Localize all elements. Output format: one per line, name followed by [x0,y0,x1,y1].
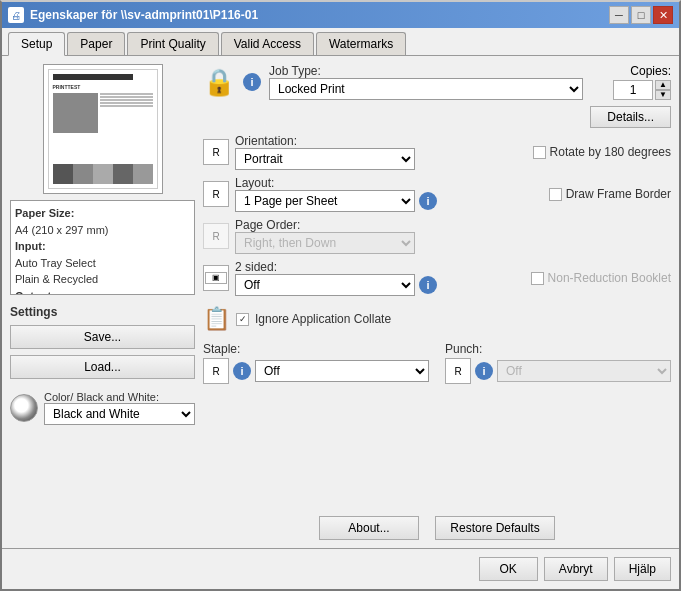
orientation-icon: R [203,139,229,165]
maximize-button[interactable]: □ [631,6,651,24]
two-sided-select[interactable]: Off Long Edge Binding Short Edge Binding [235,274,415,296]
copies-up-button[interactable]: ▲ [655,80,671,90]
page-order-icon: R [203,223,229,249]
draw-frame-checkbox[interactable] [549,188,562,201]
info-icon-punch[interactable]: i [475,362,493,380]
right-panel: 🔒 i Job Type: Locked Print Normal Print … [203,64,671,540]
window-title: Egenskaper för \\sv-admprint01\P116-01 [30,8,258,22]
info-list-wrapper: Paper Size: A4 (210 x 297 mm) Input: Aut… [10,200,195,295]
paper-size-info: Paper Size: A4 (210 x 297 mm) [15,205,190,238]
title-bar: 🖨 Egenskaper för \\sv-admprint01\P116-01… [2,2,679,28]
info-content: Paper Size: A4 (210 x 297 mm) Input: Aut… [11,201,194,295]
collate-checkbox[interactable] [236,313,249,326]
collate-label: Ignore Application Collate [255,312,391,326]
save-button[interactable]: Save... [10,325,195,349]
info-icon-job[interactable]: i [243,73,261,91]
layout-label: Layout: [235,176,543,190]
non-reduction-row: Non-Reduction Booklet [531,271,671,285]
input-info: Input: Auto Tray Select [15,238,190,271]
copies-label: Copies: [630,64,671,78]
punch-group: Punch: R i Off 2 Holes 3 Holes [445,342,671,384]
restore-defaults-button[interactable]: Restore Defaults [435,516,555,540]
bottom-buttons: OK Avbryt Hjälp [479,557,672,581]
staple-select[interactable]: Off 1 Staple 2 Staples [255,360,429,382]
layout-icon: R [203,181,229,207]
non-reduction-label: Non-Reduction Booklet [548,271,671,285]
punch-icon: R [445,358,471,384]
help-button[interactable]: Hjälp [614,557,671,581]
rotate-checkbox[interactable] [533,146,546,159]
two-sided-label: 2 sided: [235,260,525,274]
tab-valid-access[interactable]: Valid Access [221,32,314,55]
color-bw-row: Color/ Black and White: Black and White … [10,391,195,425]
collate-icon: 📋 [203,306,230,332]
rotate-checkbox-row: Rotate by 180 degrees [533,145,671,159]
info-icon-staple[interactable]: i [233,362,251,380]
job-type-select[interactable]: Locked Print Normal Print Hold Print [269,78,583,100]
draw-frame-label: Draw Frame Border [566,187,671,201]
tab-print-quality[interactable]: Print Quality [127,32,218,55]
print-preview: PRINTTEST [43,64,163,194]
color-bw-icon [10,394,38,422]
job-type-label: Job Type: [269,64,583,78]
page-order-label: Page Order: [235,218,671,232]
draw-frame-row: Draw Frame Border [549,187,671,201]
tab-bar: Setup Paper Print Quality Valid Access W… [2,28,679,56]
window-icon: 🖨 [8,7,24,23]
rotate-label: Rotate by 180 degrees [550,145,671,159]
left-panel: PRINTTEST [10,64,195,540]
content-area: PRINTTEST [2,56,679,548]
tab-setup[interactable]: Setup [8,32,65,56]
color-bw-select[interactable]: Black and White Color Auto [44,403,195,425]
staple-group: Staple: R i Off 1 Staple 2 Staples [203,342,429,384]
ok-button[interactable]: OK [479,557,538,581]
cancel-button[interactable]: Avbryt [544,557,608,581]
copies-input[interactable] [613,80,653,100]
preview-image: PRINTTEST [48,69,158,189]
output-info: Output: Printer Default [15,288,190,296]
info-icon-twosided[interactable]: i [419,276,437,294]
color-bw-label: Color/ Black and White: [44,391,195,403]
staple-icon: R [203,358,229,384]
staple-punch-row: Staple: R i Off 1 Staple 2 Staples Punch… [203,342,671,384]
minimize-button[interactable]: ─ [609,6,629,24]
two-sided-icon: ▣ [203,265,229,291]
collate-row: 📋 Ignore Application Collate [203,306,671,332]
tab-watermarks[interactable]: Watermarks [316,32,406,55]
close-button[interactable]: ✕ [653,6,673,24]
doc-header [53,74,133,80]
load-button[interactable]: Load... [10,355,195,379]
staple-label: Staple: [203,342,429,356]
tab-paper[interactable]: Paper [67,32,125,55]
non-reduction-checkbox[interactable] [531,272,544,285]
orientation-select[interactable]: Portrait Landscape [235,148,415,170]
copies-down-button[interactable]: ▼ [655,90,671,100]
doc-text-lines [100,93,153,160]
settings-label: Settings [10,305,195,319]
orientation-label: Orientation: [235,134,527,148]
main-window: 🖨 Egenskaper för \\sv-admprint01\P116-01… [0,0,681,591]
doc-image [53,93,98,133]
lock-icon: 🔒 [203,67,235,98]
orientation-row: R Orientation: Portrait Landscape Rotate… [203,134,671,170]
doc-chart [53,164,153,184]
two-sided-row: ▣ 2 sided: Off Long Edge Binding Short E… [203,260,671,296]
page-order-row: R Page Order: Right, then Down [203,218,671,254]
info-icon-layout[interactable]: i [419,192,437,210]
layout-row: R Layout: 1 Page per Sheet 2 Pages per S… [203,176,671,212]
about-button[interactable]: About... [319,516,419,540]
layout-select[interactable]: 1 Page per Sheet 2 Pages per Sheet 4 Pag… [235,190,415,212]
punch-label: Punch: [445,342,671,356]
bottom-bar: OK Avbryt Hjälp [2,548,679,589]
page-order-select: Right, then Down [235,232,415,254]
type-info: Plain & Recycled [15,271,190,288]
punch-select: Off 2 Holes 3 Holes [497,360,671,382]
details-button[interactable]: Details... [590,106,671,128]
